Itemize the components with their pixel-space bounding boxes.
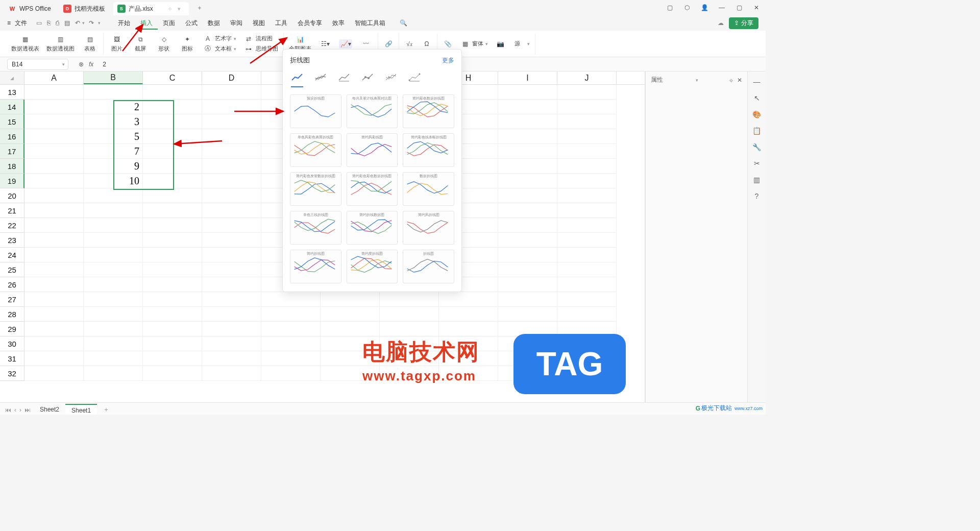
qat-undo-icon[interactable]: ↶ xyxy=(75,19,80,27)
cell-I26[interactable] xyxy=(498,277,557,292)
line-subtype-2[interactable] xyxy=(313,70,328,84)
collapse-icon[interactable]: — xyxy=(753,78,761,86)
cell-C23[interactable] xyxy=(143,233,202,248)
row-header-18[interactable]: 18 xyxy=(0,159,24,174)
col-header-J[interactable]: J xyxy=(557,71,617,84)
col-header-B[interactable]: B xyxy=(84,71,143,84)
cell-H28[interactable] xyxy=(439,307,498,322)
cell-B29[interactable] xyxy=(84,322,143,336)
cell-A16[interactable] xyxy=(24,129,84,144)
cell-D24[interactable] xyxy=(202,248,261,262)
cell-D28[interactable] xyxy=(202,307,261,322)
cell-H27[interactable] xyxy=(439,292,498,307)
cell-A22[interactable] xyxy=(24,218,84,233)
cell-C19[interactable] xyxy=(143,174,202,188)
sheet-prev-icon[interactable]: ‹ xyxy=(14,406,16,414)
icons-button[interactable]: ✦图标 xyxy=(179,35,195,53)
cell-I18[interactable] xyxy=(498,159,557,174)
cell-D25[interactable] xyxy=(202,262,261,277)
cell-E28[interactable] xyxy=(261,307,321,322)
cell-D23[interactable] xyxy=(202,233,261,248)
help-icon[interactable]: ? xyxy=(755,192,759,200)
cell-A27[interactable] xyxy=(24,292,84,307)
chart-thumb-9[interactable]: 单色三线折线图 xyxy=(290,211,341,245)
cell-A14[interactable] xyxy=(24,100,84,114)
more-link[interactable]: 更多 xyxy=(442,56,454,65)
cell-D26[interactable] xyxy=(202,277,261,292)
cell-A20[interactable] xyxy=(24,188,84,203)
cell-C28[interactable] xyxy=(143,307,202,322)
cube-icon[interactable]: ⬡ xyxy=(682,4,692,11)
new-tab-button[interactable]: ＋ xyxy=(193,1,206,14)
chart-thumb-4[interactable]: 简约风彩线图 xyxy=(347,133,398,167)
cell-J19[interactable] xyxy=(557,174,617,188)
chart-thumb-1[interactable]: 每月及累计线表面对比图 xyxy=(347,94,398,128)
cell-B23[interactable] xyxy=(84,233,143,248)
equation-icon[interactable]: √𝑥 xyxy=(404,39,414,49)
formula-input[interactable]: 2 xyxy=(99,61,110,68)
chart-thumb-11[interactable]: 简约风折线图 xyxy=(403,211,454,245)
cell-I28[interactable] xyxy=(498,307,557,322)
cell-B27[interactable] xyxy=(84,292,143,307)
menu-数据[interactable]: 数据 xyxy=(203,17,225,29)
cell-B14[interactable]: 2 xyxy=(84,100,143,114)
row-header-32[interactable]: 32 xyxy=(0,366,24,381)
cell-B20[interactable] xyxy=(84,188,143,203)
cell-H29[interactable] xyxy=(439,322,498,336)
cell-I21[interactable] xyxy=(498,203,557,218)
cell-I17[interactable] xyxy=(498,144,557,159)
chart-thumb-13[interactable]: 简约度折线图 xyxy=(347,250,398,283)
panel-close-icon[interactable]: ✕ xyxy=(737,77,742,84)
cell-C21[interactable] xyxy=(143,203,202,218)
cloud-icon[interactable]: ☁ xyxy=(718,19,724,27)
tab-wps[interactable]: W WPS Office xyxy=(4,2,59,15)
sheet-last-icon[interactable]: ⏭ xyxy=(24,406,31,414)
close-button[interactable]: ✕ xyxy=(751,4,762,11)
cell-B24[interactable] xyxy=(84,248,143,262)
cell-B26[interactable] xyxy=(84,277,143,292)
cell-C14[interactable] xyxy=(143,100,202,114)
cell-J26[interactable] xyxy=(557,277,617,292)
cell-C31[interactable] xyxy=(143,351,202,366)
chart-thumb-10[interactable]: 简约折线数据图 xyxy=(347,211,398,245)
cell-D31[interactable] xyxy=(202,351,261,366)
chart-thumb-5[interactable]: 简约彩色线条幅折线图 xyxy=(403,133,454,167)
app-icon[interactable]: ▢ xyxy=(665,4,675,11)
cell-D21[interactable] xyxy=(202,203,261,218)
cell-B31[interactable] xyxy=(84,351,143,366)
cell-J24[interactable] xyxy=(557,248,617,262)
cell-J28[interactable] xyxy=(557,307,617,322)
file-menu[interactable]: 文件 xyxy=(15,19,27,28)
cell-A31[interactable] xyxy=(24,351,84,366)
cell-D32[interactable] xyxy=(202,366,261,381)
menu-智能工具箱[interactable]: 智能工具箱 xyxy=(350,17,390,29)
link-icon[interactable]: 🔗 xyxy=(383,39,394,49)
cell-J18[interactable] xyxy=(557,159,617,174)
cell-D20[interactable] xyxy=(202,188,261,203)
cell-D27[interactable] xyxy=(202,292,261,307)
line-chart-icon[interactable]: 📈▾ xyxy=(339,39,352,49)
tab-daoke[interactable]: D 找稻壳模板 xyxy=(59,2,113,15)
pivot-table-button[interactable]: ▦ 数据透视表 xyxy=(11,35,39,53)
cell-B19[interactable]: 10 xyxy=(84,174,143,188)
style-icon[interactable]: 🎨 xyxy=(752,110,761,118)
menu-页面[interactable]: 页面 xyxy=(158,17,180,29)
avatar-icon[interactable]: 👤 xyxy=(699,4,709,11)
cell-A25[interactable] xyxy=(24,262,84,277)
shapes-button[interactable]: ◇形状 xyxy=(156,35,172,53)
menu-工具[interactable]: 工具 xyxy=(270,17,292,29)
line-subtype-5[interactable] xyxy=(384,70,398,84)
row-header-21[interactable]: 21 xyxy=(0,203,24,218)
cell-D13[interactable] xyxy=(202,85,261,100)
chart-thumb-7[interactable]: 简约彩色彩色数据折线图 xyxy=(347,172,398,206)
cell-D22[interactable] xyxy=(202,218,261,233)
cell-B16[interactable]: 5 xyxy=(84,129,143,144)
cell-F27[interactable] xyxy=(321,292,380,307)
cell-C32[interactable] xyxy=(143,366,202,381)
cell-F29[interactable] xyxy=(321,322,380,336)
cell-C15[interactable] xyxy=(143,114,202,129)
wordart-button[interactable]: A艺术字▾ xyxy=(203,34,236,43)
cell-B15[interactable]: 3 xyxy=(84,114,143,129)
cell-D30[interactable] xyxy=(202,336,261,351)
cell-A24[interactable] xyxy=(24,248,84,262)
